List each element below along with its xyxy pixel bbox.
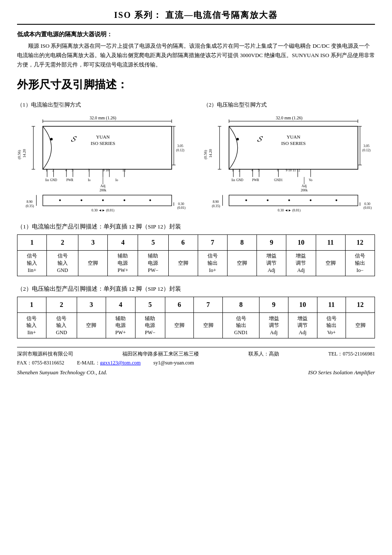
footer-website: sy1@sun-yuan.com	[153, 359, 194, 367]
footer-contact: 联系人：高勋	[248, 350, 279, 358]
svg-text:0.30 ◄► (0.01): 0.30 ◄► (0.01)	[278, 208, 301, 212]
footer-fax: FAX：0755-83116652	[17, 359, 64, 367]
pin2-col-9: 9	[259, 297, 288, 313]
svg-text:0.30 ◄► (0.01): 0.30 ◄► (0.01)	[92, 208, 115, 212]
pt2-cell-1: 信号输入Iin+	[17, 313, 46, 338]
svg-text:GND: GND	[236, 178, 243, 182]
svg-text:ISO  SERIES: ISO SERIES	[281, 140, 306, 145]
svg-text:(0.56): (0.56)	[203, 150, 208, 159]
intro-text: 顺源 ISO 系列隔离放大器在同一芯片上提供了电源及信号的隔离。该混合集成芯片在…	[17, 41, 375, 69]
pin-table1-header-row: 1 2 3 4 5 6 7 8 9 10 11 12	[17, 235, 375, 251]
pin2-col-5: 5	[135, 297, 165, 313]
svg-text:𝓢: 𝓢	[71, 134, 77, 143]
pt1-cell-7: 信号输出Io+	[198, 251, 227, 276]
pt1-cell-10: 增益调节Adj	[286, 251, 316, 276]
pin-table2-header-row: 1 2 3 4 5 6 7 8 9 10 11 12	[17, 297, 375, 313]
pt2-cell-10: 增益调节Adj	[288, 313, 317, 338]
pin2-col-8: 8	[222, 297, 259, 313]
footer-line2: FAX：0755-83116652 E-MAIL：ggxx123@tom.com…	[17, 359, 375, 367]
svg-text:32.0 mm (1.26): 32.0 mm (1.26)	[89, 116, 116, 121]
diag2-label: （2）电压输出型引脚方式	[203, 101, 375, 109]
pin-col-4: 4	[108, 235, 138, 251]
svg-point-100	[335, 199, 337, 201]
diagram2-block: （2）电压输出型引脚方式 32.0 mm (1.26) 14.20 (0.56)…	[203, 101, 375, 214]
diag1-svg-wrap: 32.0 mm (1.26) 14.20 (0.56) 𝓢 YUAN ISO S…	[17, 112, 189, 214]
pin-col-1: 1	[17, 235, 47, 251]
pin-col-3: 3	[78, 235, 108, 251]
svg-text:Io: Io	[115, 178, 118, 182]
pt1-cell-12: 信号输出Io−	[345, 251, 375, 276]
svg-text:32.0 mm (1.26): 32.0 mm (1.26)	[276, 116, 303, 121]
diag2-svg: 32.0 mm (1.26) 14.20 (0.56) 𝓢 YUAN ISO S…	[203, 112, 375, 214]
svg-text:(0.56): (0.56)	[17, 150, 21, 159]
pin-table2-data-row: 信号输入Iin+ 信号输入GND 空脚 辅助电源PW+ 辅助电源PW− 空脚 空…	[17, 313, 375, 338]
pt2-cell-2: 信号输入GND	[46, 313, 77, 338]
svg-text:ISO  SERIES: ISO SERIES	[91, 140, 115, 145]
svg-text:0.30: 0.30	[178, 202, 184, 206]
svg-text:8.90: 8.90	[26, 200, 32, 204]
footer-email-section: E-MAIL：ggxx123@tom.com	[77, 359, 141, 367]
svg-text:(0.12): (0.12)	[362, 148, 371, 152]
svg-rect-42	[43, 195, 171, 205]
pin2-col-7: 7	[194, 297, 223, 313]
footer-address: 福田区梅华路多丽工来区三栋三楼	[122, 350, 199, 358]
pin-table1-section: （1）电流输出型产品引脚描述：单列直插 12 脚（SIP 12）封装 1 2 3…	[17, 223, 375, 276]
pt1-cell-9: 增益调节Adj	[257, 251, 286, 276]
svg-text:(0.35): (0.35)	[26, 204, 34, 208]
pin2-col-4: 4	[106, 297, 135, 313]
svg-text:(0.35): (0.35)	[212, 204, 220, 208]
pt1-cell-11: 空脚	[316, 251, 345, 276]
footer: 深圳市顺源科技有限公司 福田区梅华路多丽工来区三栋三楼 联系人：高勋 TEL：0…	[17, 347, 375, 377]
footer-email[interactable]: ggxx123@tom.com	[100, 360, 141, 366]
svg-point-43	[59, 199, 61, 201]
svg-text:200k: 200k	[301, 188, 308, 192]
pin-col-12: 12	[345, 235, 375, 251]
pt2-cell-9: 增益调节Adj	[259, 313, 288, 338]
svg-text:Iin: Iin	[231, 178, 235, 182]
pt2-cell-7: 空脚	[194, 313, 223, 338]
diag1-label: （1）电流输出型引脚方式	[17, 101, 189, 109]
pt2-cell-6: 空脚	[165, 313, 194, 338]
pin-col-10: 10	[286, 235, 316, 251]
svg-text:12: 12	[122, 168, 126, 172]
svg-text:YUAN: YUAN	[286, 134, 300, 139]
pin-col-8: 8	[227, 235, 257, 251]
svg-text:(0.01): (0.01)	[177, 206, 186, 210]
pin-table1-data-row: 信号输入Iin+ 信号输入GND 空脚 辅助电源PW+ 辅助电源PW− 空脚 信…	[17, 251, 375, 276]
pin-col-2: 2	[47, 235, 78, 251]
footer-italic-right: ISO Series Isolation Amplifier	[308, 368, 375, 377]
svg-text:GND: GND	[50, 178, 57, 182]
svg-text:PWR: PWR	[252, 178, 259, 182]
svg-point-45	[102, 199, 104, 201]
pt2-cell-8: 信号输出GND1	[222, 313, 259, 338]
pt1-cell-1: 信号输入Iin+	[17, 251, 47, 276]
svg-rect-9	[43, 126, 171, 169]
pt1-cell-6: 空脚	[168, 251, 198, 276]
pt1-cell-3: 空脚	[78, 251, 108, 276]
pin-col-5: 5	[138, 235, 168, 251]
diag1-svg: 32.0 mm (1.26) 14.20 (0.56) 𝓢 YUAN ISO S…	[17, 112, 189, 214]
svg-rect-95	[229, 195, 357, 205]
pt2-cell-5: 辅助电源PW−	[135, 313, 165, 338]
pin2-col-12: 12	[346, 297, 375, 313]
footer-italic: Shenzhen Sunyuan Technology CO., Ltd. IS…	[17, 368, 375, 377]
pin-table1-heading: （1）电流输出型产品引脚描述：单列直插 12 脚（SIP 12）封装	[17, 223, 375, 231]
svg-point-96	[245, 199, 247, 201]
pin2-col-6: 6	[165, 297, 194, 313]
intro-heading: 低成本内置电源的隔离放大器说明：	[17, 30, 375, 39]
svg-text:9 10: 9 10	[103, 168, 109, 172]
svg-text:14.20: 14.20	[22, 149, 26, 158]
svg-text:GND1: GND1	[274, 178, 282, 182]
svg-text:8.90: 8.90	[213, 200, 219, 204]
pin-table2-heading: （2）电压输出型产品引脚描述：单列直插 12 脚（SIP 12）封装	[17, 285, 375, 293]
pt2-cell-12: 空脚	[346, 313, 375, 338]
footer-company: 深圳市顺源科技有限公司	[17, 350, 73, 358]
footer-email-label: E-MAIL：	[77, 360, 100, 366]
svg-text:YUAN: YUAN	[96, 134, 110, 139]
svg-text:Iin: Iin	[45, 178, 49, 182]
pin-table2-section: （2）电压输出型产品引脚描述：单列直插 12 脚（SIP 12）封装 1 2 3…	[17, 285, 375, 338]
footer-italic-left: Shenzhen Sunyuan Technology CO., Ltd.	[17, 368, 107, 377]
diagrams-row: （1）电流输出型引脚方式 32.0 mm (1.26) 14.20 (0.56)…	[17, 101, 375, 214]
page-title: ISO 系列： 直流—电流信号隔离放大器	[17, 9, 375, 25]
svg-text:200k: 200k	[100, 188, 107, 192]
